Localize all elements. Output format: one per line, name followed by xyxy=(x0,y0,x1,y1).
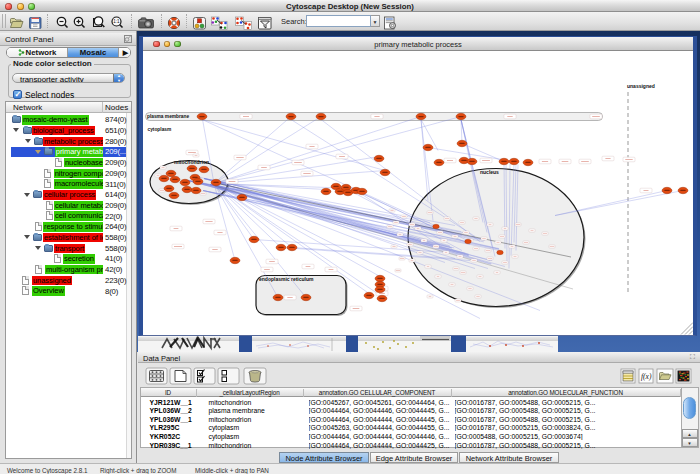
svg-text:unassigned: unassigned xyxy=(627,83,655,89)
svg-text:plasma membrane: plasma membrane xyxy=(147,114,189,119)
svg-text:cytoplasm: cytoplasm xyxy=(148,127,172,132)
svg-text:nucleus: nucleus xyxy=(480,169,499,175)
svg-text:1:1: 1:1 xyxy=(113,19,120,24)
svg-text:mitochondrion: mitochondrion xyxy=(174,159,209,165)
svg-text:f(x): f(x) xyxy=(641,372,652,381)
